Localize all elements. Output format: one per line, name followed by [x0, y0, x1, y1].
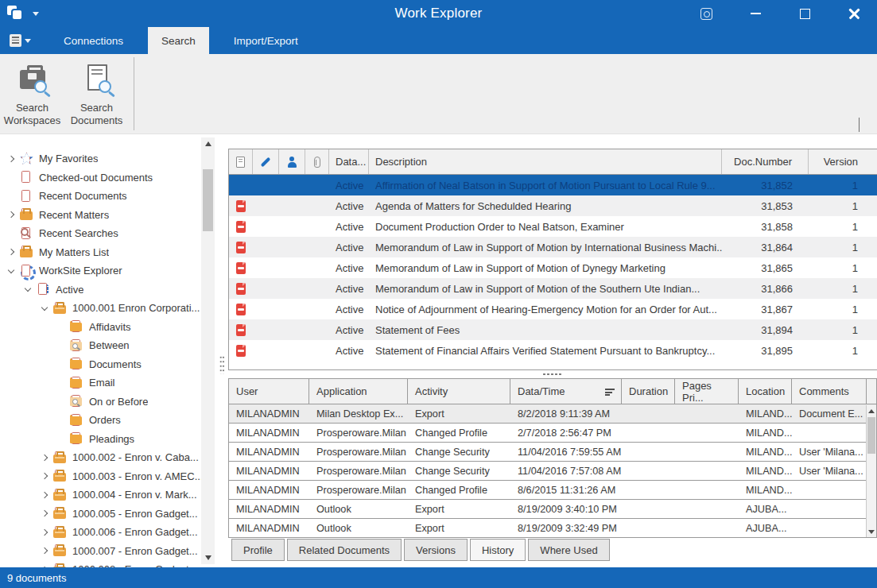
minimize-button[interactable]	[745, 5, 766, 22]
document-row[interactable]: Active Agenda of Matters for Schedulded …	[229, 195, 877, 216]
history-row[interactable]: MILANADMIN Prosperoware.Milan Changed Pr…	[229, 481, 876, 500]
tree-item[interactable]: Orders	[0, 411, 216, 430]
history-scrollbar[interactable]	[866, 405, 876, 537]
tree-item[interactable]: On or Before	[0, 393, 216, 412]
scrollbar-thumb[interactable]	[867, 417, 875, 454]
tree-item[interactable]: 1000.008 - Enron Gadget...	[0, 560, 216, 567]
expander-icon[interactable]	[55, 377, 67, 389]
expander-icon[interactable]	[5, 209, 17, 221]
tree-item[interactable]: My Favorites	[0, 149, 216, 168]
tree-item[interactable]: 1000.006 - Enron Gadget...	[0, 523, 216, 542]
tree-item[interactable]: My Matters List	[0, 243, 216, 262]
tree-item[interactable]: 1000.007 - Enron Gadget...	[0, 542, 216, 561]
tree-item[interactable]: 1000.004 - Enron v. Mark...	[0, 485, 216, 505]
capture-icon[interactable]	[696, 5, 716, 22]
horizontal-splitter[interactable]	[228, 370, 877, 378]
tree-item[interactable]: Recent Matters	[0, 206, 216, 225]
document-row[interactable]: Active Memorandum of Law in Support of M…	[229, 278, 877, 299]
search-documents-button[interactable]: Search Documents	[64, 62, 129, 128]
expander-icon[interactable]	[38, 563, 50, 567]
file-menu-button[interactable]	[0, 27, 39, 54]
column-pages-printed[interactable]: Pages Pri...	[675, 379, 739, 404]
column-comments[interactable]: Comments	[792, 379, 867, 404]
column-document-type[interactable]	[229, 149, 253, 174]
scroll-down-arrow[interactable]	[201, 551, 215, 564]
expander-icon[interactable]	[38, 545, 50, 557]
tree-item[interactable]: Checked-out Documents	[0, 168, 216, 188]
expander-icon[interactable]	[5, 172, 17, 184]
expander-icon[interactable]	[5, 190, 17, 202]
tab-history[interactable]: History	[470, 539, 526, 561]
column-doc-number[interactable]: Doc.Number	[722, 149, 809, 174]
expander-icon[interactable]	[55, 396, 67, 408]
expander-icon[interactable]	[5, 153, 17, 164]
expander-icon[interactable]	[55, 414, 67, 426]
expander-icon[interactable]	[21, 284, 33, 296]
tree-item[interactable]: 1000.002 - Enron v. Caba...	[0, 448, 216, 467]
document-row[interactable]: Active Statement of Fees 31,894 1	[229, 319, 877, 340]
column-data[interactable]: Data...	[329, 149, 369, 174]
column-version[interactable]: Version	[809, 149, 877, 174]
tab-search[interactable]: Search	[148, 27, 209, 54]
scroll-up-arrow[interactable]	[201, 137, 215, 150]
tree-item[interactable]: Affidavits	[0, 318, 216, 337]
column-description[interactable]: Description	[369, 149, 722, 174]
column-datetime[interactable]: Data/Time	[510, 379, 622, 404]
maximize-button[interactable]	[794, 5, 815, 22]
expander-icon[interactable]	[5, 227, 17, 239]
tab-connections[interactable]: Connections	[50, 27, 137, 54]
document-row[interactable]: Active Statement of Financial Affairs Ve…	[229, 340, 877, 361]
column-duration[interactable]: Duration	[622, 379, 675, 404]
scroll-up-arrow[interactable]	[867, 405, 876, 416]
expander-icon[interactable]	[55, 433, 67, 445]
expander-icon[interactable]	[38, 470, 50, 482]
document-row[interactable]: Active Document Production Order to Neal…	[229, 216, 877, 237]
expander-icon[interactable]	[5, 265, 17, 277]
document-row[interactable]: Active Memorandum of Law in Support of M…	[229, 257, 877, 278]
scroll-down-arrow[interactable]	[867, 526, 876, 537]
column-author[interactable]	[279, 149, 305, 174]
tree-item[interactable]: Active	[0, 280, 216, 300]
expander-icon[interactable]	[38, 508, 50, 520]
history-row[interactable]: MILANADMIN Prosperoware.Milan Change Sec…	[229, 443, 876, 462]
search-workspaces-button[interactable]: Search Workspaces	[0, 62, 64, 128]
tree-item[interactable]: Pleadings	[0, 430, 216, 449]
tab-versions[interactable]: Versions	[404, 539, 468, 561]
tree-item[interactable]: 1000.001 Enron Corporati...	[0, 299, 216, 318]
history-row[interactable]: MILANADMIN Outlook Export 8/19/2009 3:32…	[229, 519, 876, 537]
expander-icon[interactable]	[38, 451, 50, 463]
document-row[interactable]: Active Affirmation of Neal Batson in Sup…	[229, 175, 877, 195]
close-button[interactable]	[844, 5, 864, 22]
column-checked-out[interactable]	[253, 149, 279, 174]
history-row[interactable]: MILANADMIN Prosperoware.Milan Changed Pr…	[229, 424, 876, 443]
sort-descending-icon[interactable]	[605, 389, 615, 390]
history-row[interactable]: MILANADMIN Milan Desktop Ex... Export 8/…	[229, 404, 876, 424]
tab-related-documents[interactable]: Related Documents	[287, 539, 402, 561]
tab-import-export[interactable]: Import/Export	[220, 27, 312, 54]
history-row[interactable]: MILANADMIN Prosperoware.Milan Change Sec…	[229, 462, 876, 481]
history-row[interactable]: MILANADMIN Outlook Export 8/19/2009 3:40…	[229, 500, 876, 519]
expander-icon[interactable]	[38, 489, 50, 501]
tree-item[interactable]: WorkSite Explorer	[0, 261, 216, 280]
tab-where-used[interactable]: Where Used	[528, 539, 609, 561]
tree-item[interactable]: Recent Searches	[0, 224, 216, 243]
column-user[interactable]: User	[229, 379, 309, 404]
tab-profile[interactable]: Profile	[231, 539, 285, 561]
tree-item[interactable]: Documents	[0, 355, 216, 374]
tree-item[interactable]: Between	[0, 336, 216, 355]
expander-icon[interactable]	[38, 302, 50, 314]
column-location[interactable]: Location	[739, 379, 792, 404]
scrollbar-thumb[interactable]	[203, 169, 213, 231]
expander-icon[interactable]	[5, 246, 17, 258]
column-attachment[interactable]	[305, 149, 329, 174]
tree-scrollbar[interactable]	[201, 137, 215, 564]
tree-item[interactable]: Recent Documents	[0, 187, 216, 206]
expander-icon[interactable]	[55, 358, 67, 370]
vertical-splitter[interactable]	[216, 134, 228, 567]
tree-item[interactable]: 1000.005 - Enron Gadget...	[0, 505, 216, 524]
collapse-ribbon-button[interactable]	[859, 118, 866, 126]
column-activity[interactable]: Activity	[408, 379, 510, 404]
expander-icon[interactable]	[55, 321, 67, 333]
column-application[interactable]: Application	[309, 379, 408, 404]
expander-icon[interactable]	[38, 526, 50, 538]
